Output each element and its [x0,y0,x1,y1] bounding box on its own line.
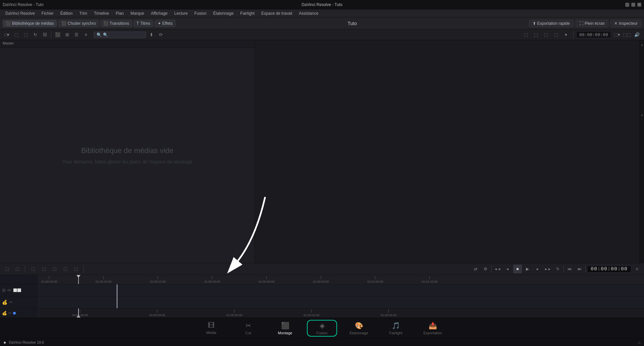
tool-link[interactable]: ⛓ [40,30,49,39]
tool-list[interactable]: ☰ [72,30,81,39]
view-toggle[interactable]: ⬚⬚ [623,30,631,39]
toolbar-chutier-synchro[interactable]: ⬛ Chutier synchro [58,20,99,27]
step-fwd-btn[interactable]: ▸ [533,265,542,273]
toolbar-titres[interactable]: T Titres [133,20,153,27]
tab-fusion[interactable]: ◈ Fusion [304,318,340,338]
menu-fairlight[interactable]: Fairlight [237,10,257,16]
tl-tool-6[interactable]: ⬚ [61,265,69,273]
search-input[interactable] [103,32,143,37]
menu-fichier[interactable]: Fichier [39,10,56,16]
play-btn[interactable]: ▶ [523,265,532,273]
right-scrollbar[interactable]: ▲ · · · · · · ▼ [640,40,644,263]
app-status-label: DaVinci Resolve 18.6 [9,340,44,344]
loop-btn[interactable]: ↻ [553,265,562,273]
stop-btn[interactable]: ■ [513,265,522,273]
route-btn[interactable]: ⇄ [471,265,480,273]
scroll-up-arrow[interactable]: ▲ [640,43,644,47]
tl-tool-4[interactable]: ⬚ [39,265,48,273]
scroll-indicator6: · [642,103,643,107]
tool-1[interactable]: ⬚ [12,30,21,39]
timeline-timecode[interactable]: 00:00:00:00 [587,266,631,273]
chutier-icon: ⬛ [61,21,66,26]
settings-btn[interactable]: ⚙ [481,265,490,273]
minimize-button[interactable]: _ [625,3,629,7]
tool-select[interactable]: □▾ [3,30,11,39]
right-tool-2[interactable]: ⬚ [532,30,540,39]
tool-refresh[interactable]: ↻ [31,30,40,39]
sort-btn[interactable]: ⬍ [147,30,156,39]
tl-tool-7[interactable]: ⬚ [71,265,80,273]
menu-marque[interactable]: Marque [128,10,147,16]
right-tool-3[interactable]: ⬚ [542,30,550,39]
timeline-ruler: 01:00:00:00 01:00:10:00 01:00:20:00 01:0… [0,275,644,284]
scroll-indicator3: · [642,73,643,77]
bottom-ruler-track[interactable]: 00:59:56:00 00:59:58:00 01:00:00:00 01:0… [39,308,644,318]
bottom-ruler-left: 💰 ✂ [0,308,39,318]
tl-tool-5[interactable]: ⬚ [50,265,59,273]
tab-fairlight[interactable]: 🎵 Fairlight [377,318,414,338]
plein-ecran-button[interactable]: ⛶ Plein écran [576,20,608,27]
toolbar-media-library[interactable]: ⬛ Bibliothèque de médias [3,20,57,27]
menu-fusion[interactable]: Fusion [192,10,209,16]
menu-affichage[interactable]: Affichage [148,10,170,16]
tick-label: 01:00:10:00 [96,280,112,283]
tab-etalonnage[interactable]: 🎨 Étalonnage [340,318,377,338]
timecode-type-btn[interactable]: ⬚▾ [612,30,621,39]
tab-montage[interactable]: ⬛ Montage [267,318,304,338]
maximize-button[interactable]: □ [631,3,635,7]
tl-tool-1[interactable]: ⬚ [3,265,11,273]
menu-etalonnage[interactable]: Étalonnage [211,10,236,16]
prev-btn3[interactable]: ⏭ [575,265,584,273]
step-back-btn[interactable]: ◂ [503,265,512,273]
ruler-tick: 01:00:20:00 [150,275,166,283]
tl-sep1 [25,265,25,273]
menu-davinci[interactable]: DaVinci Resolve [3,10,38,16]
menu-lecture[interactable]: Lecture [172,10,191,16]
tab-exportation[interactable]: 📤 Exportation [414,318,451,338]
ruler-tick: 01:01:10:00 [422,275,438,283]
menu-assistance[interactable]: Assistance [296,10,321,16]
right-tool-5[interactable]: ▾ [562,30,571,39]
tool-5[interactable]: ⬛ [53,30,62,39]
inspecteur-button[interactable]: ✕ Inspecteur [610,20,641,27]
toolbar-transitions[interactable]: ⬛ Transitions [100,20,132,27]
left-panel: Master Bibliothèque de médias vide Pour … [0,40,255,263]
track-playhead [117,284,117,308]
tool-grid[interactable]: ⊞ [63,30,71,39]
track-content[interactable] [39,284,644,308]
exportation-rapide-button[interactable]: ⬆ Exportation rapide [529,20,574,27]
inspecteur-icon: ✕ [614,21,618,26]
tab-media[interactable]: 🎞 Média [193,318,230,338]
ruler-main[interactable]: 01:00:00:00 01:00:10:00 01:00:20:00 01:0… [39,275,644,284]
audio-track-row[interactable] [39,296,644,308]
toolbar-effets[interactable]: ✦ Effets [155,20,175,27]
tl-tool-2[interactable]: ⬚ [13,265,21,273]
close-button[interactable]: ✕ [637,3,641,7]
filter-btn[interactable]: ⟳ [156,30,165,39]
tick-line [212,276,212,279]
prev-mark-btn[interactable]: ◂ ◂ [493,265,502,273]
fusion-tab-icon: ◈ [320,322,325,330]
tool-list2[interactable]: ≡ [82,30,90,39]
tl-hamburger[interactable]: ≡ [633,265,641,273]
window-controls[interactable]: _ □ ✕ [625,3,641,7]
menu-timeline[interactable]: Timeline [91,10,112,16]
right-tool-4[interactable]: ⬚ [552,30,560,39]
menu-espace-travail[interactable]: Espace de travail [259,10,295,16]
menu-plan[interactable]: Plan [113,10,126,16]
tool-2[interactable]: ⬚ [21,30,30,39]
timeline-left-tools: ⬚ ⬚ [3,265,21,273]
tl-tool-3[interactable]: ⬚ [29,265,37,273]
right-tool-1[interactable]: ⬚ [522,30,530,39]
video-track-row[interactable] [39,284,644,296]
export-icon: ⬆ [533,21,536,26]
home-icon[interactable]: ⌂ [638,340,641,345]
search-box[interactable]: 🔍 [94,31,146,38]
prev-btn2[interactable]: ⏮ [565,265,574,273]
menu-trim[interactable]: Trim [77,10,90,16]
menu-edition[interactable]: Édition [58,10,75,16]
audio-btn[interactable]: 🔊 [633,30,641,39]
next-mark-btn[interactable]: ▸ ▸ [543,265,552,273]
tab-cut[interactable]: ✂ Cut [230,318,267,338]
scroll-down-arrow[interactable]: ▼ [640,114,644,117]
